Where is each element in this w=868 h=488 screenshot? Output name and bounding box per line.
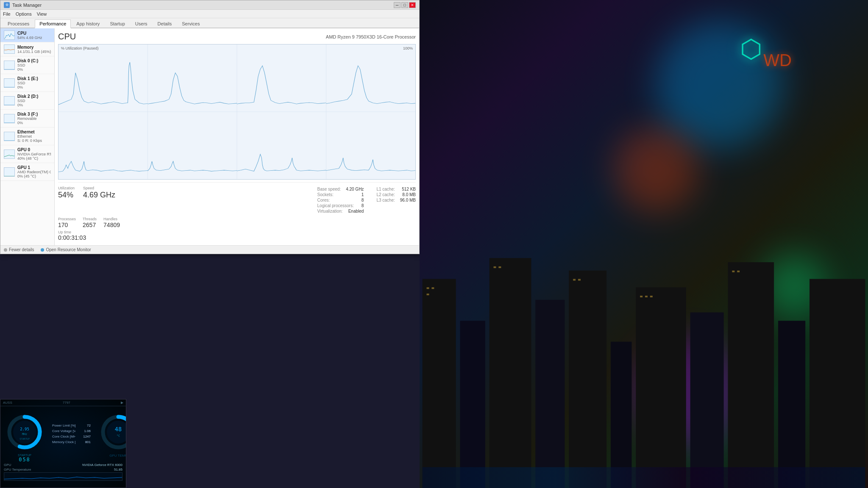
menu-view[interactable]: View bbox=[37, 11, 47, 17]
sidebar-item-disk1[interactable]: Disk 1 (E:) SSD0% bbox=[0, 74, 54, 92]
cpu-label: CPU bbox=[17, 31, 51, 36]
close-button[interactable]: ✕ bbox=[409, 2, 416, 8]
l3-cache-row: L3 cache: 96.0 MB bbox=[376, 198, 416, 202]
mem-clock-bar: Memory Clock [MHz] 801 bbox=[52, 440, 91, 444]
disk3-info: Disk 3 (F:) Removable0% bbox=[17, 112, 51, 125]
memory-sparkline bbox=[4, 44, 15, 54]
disk1-sparkline bbox=[4, 78, 15, 88]
cpu-dial: 2.95 MHz STARTUP bbox=[6, 413, 44, 451]
sidebar-item-disk3[interactable]: Disk 3 (F:) Removable0% bbox=[0, 110, 54, 128]
sidebar-item-cpu[interactable]: CPU 54% 4.69 GHz bbox=[0, 28, 54, 42]
disk3-usage: Removable0% bbox=[17, 116, 51, 125]
threads-group: Threads 2657 bbox=[83, 217, 97, 228]
cpu-graph-container: % Utilization (Paused) 100% bbox=[58, 44, 416, 180]
memory-usage: 14.1/31.1 GB (45%) bbox=[17, 50, 51, 54]
sidebar-item-memory[interactable]: Memory 14.1/31.1 GB (45%) bbox=[0, 42, 54, 56]
gpu0-usage: NVIDIA GeForce RTX ...40% (48 °C) bbox=[17, 152, 51, 161]
hw-gpu-name-row: GPU NVIDIA Geforce RTX 6000 bbox=[4, 463, 122, 467]
memory-label: Memory bbox=[17, 45, 51, 50]
tab-startup[interactable]: Startup bbox=[105, 19, 129, 28]
ethernet-label: Ethernet bbox=[17, 130, 51, 134]
sidebar: CPU 54% 4.69 GHz Memory 14.1/31.1 GB (45… bbox=[0, 28, 55, 245]
hw-gauges: Power Limit [%] 72 Core Voltage [V] 1.06… bbox=[49, 406, 94, 461]
main-content: CPU 54% 4.69 GHz Memory 14.1/31.1 GB (45… bbox=[0, 28, 419, 245]
svg-rect-26 bbox=[737, 271, 740, 272]
tab-performance[interactable]: Performance bbox=[35, 19, 71, 28]
cpu-info: CPU 54% 4.69 GHz bbox=[17, 31, 51, 40]
svg-rect-21 bbox=[578, 279, 581, 280]
svg-rect-19 bbox=[498, 266, 501, 268]
disk2-label: Disk 2 (D:) bbox=[17, 94, 51, 99]
menu-options[interactable]: Options bbox=[16, 11, 32, 17]
sidebar-item-ethernet[interactable]: Ethernet EthernetS: 0 R: 0 Kbps bbox=[0, 128, 54, 145]
gpu1-sparkline bbox=[4, 167, 15, 177]
core-clock-label: Core Clock [MHz] bbox=[52, 435, 75, 438]
svg-rect-25 bbox=[732, 271, 734, 272]
sidebar-item-disk0[interactable]: Disk 0 (C:) SSD0% bbox=[0, 56, 54, 74]
svg-rect-27 bbox=[423, 467, 865, 488]
window-controls: ─ □ ✕ bbox=[394, 2, 416, 8]
sidebar-item-gpu0[interactable]: GPU 0 NVIDIA GeForce RTX ...40% (48 °C) bbox=[0, 145, 54, 163]
utilization-group: Utilization 54% bbox=[58, 186, 75, 214]
tab-services[interactable]: Services bbox=[177, 19, 204, 28]
sockets-value: 1 bbox=[362, 192, 364, 197]
base-speed-value: 4.20 GHz bbox=[346, 187, 364, 191]
threads-value: 2657 bbox=[83, 222, 97, 228]
svg-rect-16 bbox=[431, 287, 434, 289]
disk1-usage: SSD0% bbox=[17, 81, 51, 89]
sidebar-item-disk2[interactable]: Disk 2 (D:) SSD0% bbox=[0, 92, 54, 110]
gpu1-info: GPU 1 AMD Radeon(TM) Gra...0% (45 °C) bbox=[17, 165, 51, 178]
l1-value: 512 KB bbox=[402, 187, 416, 191]
l1-label: L1 cache: bbox=[376, 187, 395, 191]
hw-mini-graph bbox=[4, 472, 122, 481]
logical-proc-value: 8 bbox=[362, 203, 364, 208]
svg-rect-6 bbox=[490, 258, 531, 488]
gpu-temp-label: GPU TEMP bbox=[109, 454, 126, 458]
process-stats-row: Processes 170 Threads 2657 Handles 74809 bbox=[58, 216, 416, 229]
disk1-info: Disk 1 (E:) SSD0% bbox=[17, 76, 51, 89]
hw-gpu-temp-display: 51.85 bbox=[114, 468, 122, 471]
menu-file[interactable]: File bbox=[3, 11, 11, 17]
title-bar: ⚙ Task Manager ─ □ ✕ bbox=[0, 0, 419, 10]
hw-monitor-widget: AUSS 7797 ▶ 2.95 MHz STARTUP STARTUP bbox=[0, 399, 126, 488]
minimize-button[interactable]: ─ bbox=[394, 2, 401, 8]
ethernet-sparkline bbox=[4, 132, 15, 141]
cores-value: 8 bbox=[362, 198, 364, 202]
l2-value: 8.0 MB bbox=[402, 192, 416, 197]
svg-rect-11 bbox=[690, 312, 724, 488]
svg-rect-12 bbox=[728, 262, 774, 488]
svg-rect-22 bbox=[640, 296, 643, 297]
tab-processes[interactable]: Processes bbox=[3, 19, 34, 28]
sidebar-item-gpu1[interactable]: GPU 1 AMD Radeon(TM) Gra...0% (45 °C) bbox=[0, 163, 54, 181]
svg-text:2.95: 2.95 bbox=[20, 427, 29, 431]
svg-rect-20 bbox=[573, 279, 576, 280]
sockets-row: Sockets: 1 bbox=[317, 192, 364, 197]
perf-header: CPU AMD Ryzen 9 7950X3D 16-Core Processo… bbox=[58, 32, 416, 42]
l2-cache-row: L2 cache: 8.0 MB bbox=[376, 192, 416, 197]
disk0-info: Disk 0 (C:) SSD0% bbox=[17, 58, 51, 72]
spacer bbox=[124, 186, 309, 214]
hw-gpu-temp-name: GPU Temperature bbox=[4, 468, 31, 471]
maximize-button[interactable]: □ bbox=[401, 2, 408, 8]
fewer-details-link[interactable]: Fewer details bbox=[4, 247, 34, 252]
tab-details[interactable]: Details bbox=[153, 19, 177, 28]
tab-app-history[interactable]: App history bbox=[72, 19, 104, 28]
neon-sign: ⬡ bbox=[740, 34, 762, 64]
window-title: Task Manager bbox=[12, 3, 42, 8]
open-resource-monitor-link[interactable]: Open Resource Monitor bbox=[41, 247, 91, 252]
disk1-label: Disk 1 (E:) bbox=[17, 76, 51, 81]
svg-text:STARTUP: STARTUP bbox=[19, 438, 30, 440]
l3-label: L3 cache: bbox=[376, 198, 395, 202]
gpu0-label: GPU 0 bbox=[17, 147, 51, 152]
perf-title: CPU bbox=[58, 32, 76, 42]
svg-rect-9 bbox=[611, 341, 632, 488]
power-label: Power Limit [%] bbox=[52, 424, 75, 427]
hw-brand: AUSS bbox=[3, 401, 12, 405]
core-clock-bar: Core Clock [MHz] 1247 bbox=[52, 435, 91, 438]
gpu1-label: GPU 1 bbox=[17, 165, 51, 170]
virtualization-label: Virtualization: bbox=[317, 209, 343, 214]
cpu-label-hw: STARTUP bbox=[18, 454, 31, 457]
disk2-sparkline bbox=[4, 96, 15, 105]
tab-users[interactable]: Users bbox=[131, 19, 152, 28]
svg-rect-14 bbox=[810, 279, 865, 488]
